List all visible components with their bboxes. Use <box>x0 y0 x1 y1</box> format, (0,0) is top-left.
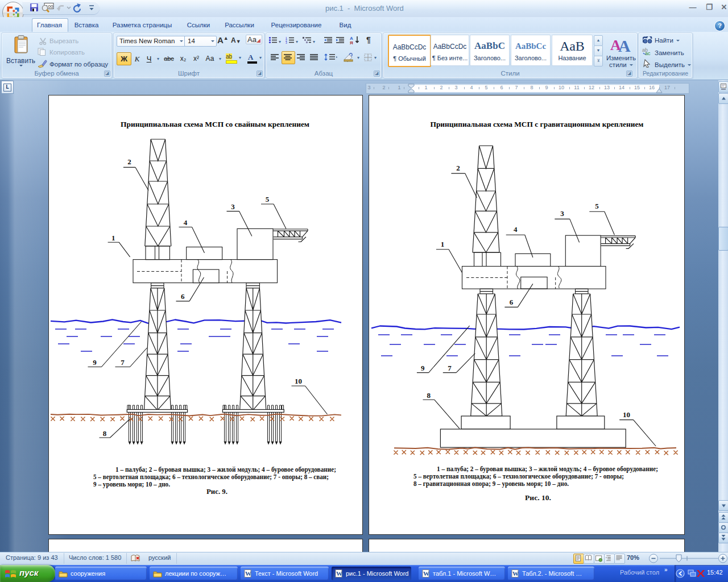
svg-text:W: W <box>512 570 519 577</box>
svg-text:Принципиальная схема МСП с гра: Принципиальная схема МСП с гравитационны… <box>431 120 644 128</box>
svg-text:10: 10 <box>295 377 302 385</box>
svg-text:W: W <box>336 570 342 577</box>
svg-text:8: 8 <box>427 391 431 400</box>
svg-text:4: 4 <box>184 218 188 227</box>
svg-text:Рис. 10.: Рис. 10. <box>525 494 551 502</box>
svg-text:1: 1 <box>441 240 445 248</box>
svg-text:W: W <box>245 570 251 577</box>
svg-text:8: 8 <box>103 429 107 438</box>
svg-text:A: A <box>618 36 631 52</box>
svg-text:5: 5 <box>266 195 270 203</box>
svg-text:5 – вертолетная площадка; 6 –: 5 – вертолетная площадка; 6 – технологич… <box>93 473 329 481</box>
svg-text:2: 2 <box>127 157 131 166</box>
svg-text:9: 9 <box>421 364 425 372</box>
svg-text:4: 4 <box>514 225 518 234</box>
svg-text:2: 2 <box>456 164 460 172</box>
svg-text:1 – палуба; 2 – буровая вышка;: 1 – палуба; 2 – буровая вышка; 3 – жилой… <box>115 465 336 473</box>
svg-text:10: 10 <box>623 410 630 419</box>
svg-text:6: 6 <box>181 292 185 301</box>
svg-text:Я: Я <box>350 40 353 45</box>
svg-text:5 – вертолетная площадка; 6 –: 5 – вертолетная площадка; 6 – технологич… <box>413 472 624 480</box>
svg-text:6: 6 <box>510 298 514 306</box>
svg-text:5: 5 <box>595 202 599 210</box>
svg-text:Принципиальная схема МСП со св: Принципиальная схема МСП со свайным креп… <box>121 120 309 128</box>
svg-text:7: 7 <box>448 364 452 372</box>
svg-text:Рис. 9.: Рис. 9. <box>206 488 228 496</box>
svg-text:3: 3 <box>231 202 235 211</box>
svg-text:W: W <box>423 570 429 577</box>
svg-text:7: 7 <box>121 358 125 367</box>
svg-text:3: 3 <box>286 41 287 44</box>
svg-text:3: 3 <box>560 209 564 218</box>
svg-text:9 – уровень моря; 10 – дно.: 9 – уровень моря; 10 – дно. <box>93 480 170 488</box>
svg-text:ac: ac <box>645 51 651 55</box>
svg-text:9: 9 <box>93 358 97 367</box>
svg-text:8 – гравитационная опора; 9 –: 8 – гравитационная опора; 9 – уровень мо… <box>413 480 569 488</box>
svg-text:1 – палуба; 2 – буровая вышка;: 1 – палуба; 2 – буровая вышка; 3 – жилой… <box>437 465 658 473</box>
svg-text:1: 1 <box>111 234 115 242</box>
